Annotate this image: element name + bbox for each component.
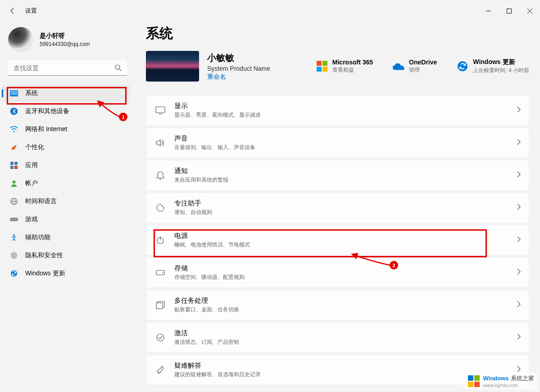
nav-item-label: 时间和语言 <box>25 197 57 205</box>
svg-rect-18 <box>10 218 18 221</box>
chevron-right-icon <box>517 171 521 179</box>
tile-title: Microsoft 365 <box>332 59 373 66</box>
m365-icon <box>316 60 328 72</box>
item-notifications[interactable]: 通知来自应用和系统的警报 <box>146 160 529 191</box>
tile-onedrive[interactable]: OneDrive管理 <box>393 58 437 74</box>
close-button[interactable] <box>519 4 540 18</box>
svg-rect-26 <box>322 67 327 72</box>
multitask-icon <box>151 301 170 309</box>
tile-sub: 管理 <box>409 66 437 74</box>
tile-sub: 上次检查时间: 4 小时前 <box>473 67 529 74</box>
maximize-icon <box>507 9 512 14</box>
desktop-preview[interactable] <box>146 51 199 82</box>
item-power[interactable]: 电源睡眠、电池使用情况、节电模式 <box>146 225 529 255</box>
search-icon <box>114 64 122 73</box>
page-title: 系统 <box>146 24 529 43</box>
nav-item-personalization[interactable]: 个性化 <box>2 139 130 156</box>
svg-point-19 <box>12 219 13 220</box>
nav-item-system[interactable]: 系统 <box>2 85 130 102</box>
item-storage[interactable]: 存储存储空间、驱动器、配置规则 <box>146 257 529 288</box>
minimize-button[interactable] <box>478 4 499 18</box>
svg-point-14 <box>13 181 16 184</box>
person-icon <box>10 179 18 187</box>
svg-rect-28 <box>156 107 165 113</box>
nav-item-accounts[interactable]: 帐户 <box>2 175 130 192</box>
minimize-icon <box>486 9 491 14</box>
item-title: 电源 <box>174 232 517 240</box>
nav-item-label: 网络和 Internet <box>25 125 67 133</box>
nav-item-label: 游戏 <box>25 215 38 223</box>
nav-item-accessibility[interactable]: 辅助功能 <box>2 229 130 246</box>
profile-email: 599144330@qq.com <box>40 41 90 47</box>
nav-item-label: 隐私和安全性 <box>25 251 63 260</box>
avatar <box>8 27 33 52</box>
item-focus[interactable]: 专注助手通知、自动规则 <box>146 192 529 223</box>
svg-rect-7 <box>10 91 18 95</box>
tile-sub: 查看权益 <box>332 66 373 74</box>
svg-rect-39 <box>474 382 480 387</box>
item-sub: 来自应用和系统的警报 <box>174 176 517 184</box>
annotation-badge-1: 1 <box>119 113 127 121</box>
item-multitask[interactable]: 多任务处理贴靠窗口、桌面、任务切换 <box>146 290 529 320</box>
bluetooth-icon <box>10 107 18 115</box>
back-button[interactable] <box>6 5 19 17</box>
annotation-badge-2: 2 <box>390 261 398 269</box>
nav-item-network[interactable]: 网络和 Internet <box>2 121 130 138</box>
tile-m365[interactable]: Microsoft 365查看权益 <box>316 58 373 74</box>
gamepad-icon <box>10 215 18 223</box>
nav-item-bluetooth[interactable]: 蓝牙和其他设备 <box>2 103 130 120</box>
nav-item-time[interactable]: 时间和语言 <box>2 193 130 210</box>
nav-item-label: 应用 <box>25 161 38 169</box>
item-sub: 睡眠、电池使用情况、节电模式 <box>174 241 517 249</box>
rename-link[interactable]: 重命名 <box>207 73 270 81</box>
svg-rect-1 <box>507 9 511 13</box>
nav-item-label: 蓝牙和其他设备 <box>25 107 69 115</box>
svg-rect-37 <box>474 375 480 381</box>
pc-name: 小敏敏 <box>207 52 270 64</box>
item-sub: 音量级别、输出、输入、声音设备 <box>174 144 517 151</box>
chevron-right-icon <box>517 301 521 309</box>
maximize-button[interactable] <box>499 4 519 18</box>
tile-title: OneDrive <box>409 59 437 66</box>
svg-rect-13 <box>14 166 18 169</box>
nav-item-label: 帐户 <box>25 179 38 187</box>
svg-point-27 <box>458 61 467 71</box>
chevron-right-icon <box>517 204 521 212</box>
window-title: 设置 <box>25 7 37 15</box>
svg-point-21 <box>13 234 15 236</box>
svg-rect-11 <box>14 162 18 165</box>
item-sub: 存储空间、驱动器、配置规则 <box>174 273 517 281</box>
chevron-right-icon <box>517 333 521 342</box>
brush-icon <box>10 143 18 151</box>
storage-icon <box>151 270 170 275</box>
close-icon <box>527 9 532 14</box>
search-input[interactable] <box>8 60 127 76</box>
item-title: 显示 <box>174 102 517 110</box>
profile-name: 是小轩呀 <box>40 32 90 40</box>
chevron-right-icon <box>517 236 521 244</box>
svg-rect-10 <box>10 162 14 165</box>
svg-point-33 <box>162 272 163 273</box>
tile-title: Windows 更新 <box>473 58 529 66</box>
focus-icon <box>151 204 170 212</box>
item-sub: 通知、自动规则 <box>174 209 517 216</box>
item-activation[interactable]: 激活激活状态、订阅、产品密钥 <box>146 322 529 353</box>
nav-item-update[interactable]: Windows 更新 <box>2 265 130 282</box>
nav-item-gaming[interactable]: 游戏 <box>2 211 130 228</box>
chevron-right-icon <box>517 139 521 147</box>
nav-item-label: 辅助功能 <box>25 233 50 242</box>
pc-product: System Product Name <box>207 65 270 72</box>
item-title: 疑难解答 <box>174 361 517 370</box>
nav-item-apps[interactable]: 应用 <box>2 157 130 174</box>
wifi-icon <box>10 125 18 133</box>
profile-section[interactable]: 是小轩呀 599144330@qq.com <box>0 25 135 60</box>
item-display[interactable]: 显示显示器、亮度、夜间模式、显示描述 <box>146 95 529 126</box>
nav-item-label: Windows 更新 <box>25 269 65 278</box>
nav-item-privacy[interactable]: 隐私和安全性 <box>2 247 130 264</box>
item-title: 激活 <box>174 329 517 337</box>
tile-update[interactable]: Windows 更新上次检查时间: 4 小时前 <box>457 58 529 74</box>
svg-point-4 <box>115 65 120 69</box>
item-title: 专注助手 <box>174 199 517 208</box>
sidebar: 是小轩呀 599144330@qq.com 系统蓝牙和其他设备网络和 Inter… <box>0 22 135 392</box>
item-sound[interactable]: 声音音量级别、输出、输入、声音设备 <box>146 128 529 158</box>
